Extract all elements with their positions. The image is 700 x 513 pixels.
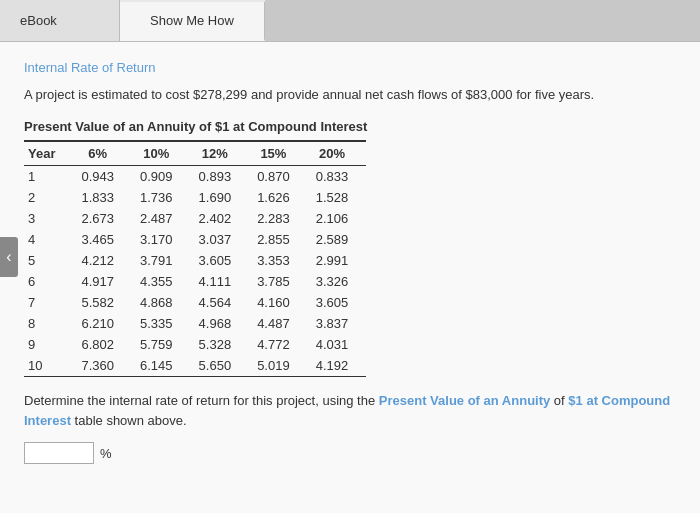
table-cell: 9: [24, 334, 73, 355]
left-arrow-button[interactable]: ‹: [0, 237, 18, 277]
tab-ebook[interactable]: eBook: [0, 0, 120, 41]
table-row: 75.5824.8684.5644.1603.605: [24, 292, 366, 313]
bottom-instruction-text: Determine the internal rate of return fo…: [24, 391, 676, 433]
table-cell: 3.605: [308, 292, 367, 313]
table-cell: 4.031: [308, 334, 367, 355]
table-cell: 0.833: [308, 165, 367, 187]
table-cell: 0.909: [132, 165, 191, 187]
table-cell: 0.870: [249, 165, 308, 187]
tab-ebook-label: eBook: [20, 13, 57, 28]
table-row: 64.9174.3554.1113.7853.326: [24, 271, 366, 292]
table-cell: 4.160: [249, 292, 308, 313]
tab-show-me-how[interactable]: Show Me How: [120, 2, 265, 41]
table-cell: 1.528: [308, 187, 367, 208]
table-cell: 4.772: [249, 334, 308, 355]
table-cell: 1.833: [73, 187, 132, 208]
table-cell: 5: [24, 250, 73, 271]
table-cell: 5.019: [249, 355, 308, 377]
table-cell: 2.673: [73, 208, 132, 229]
bottom-text-after: table shown above.: [71, 413, 187, 428]
table-cell: 1: [24, 165, 73, 187]
table-cell: 4.868: [132, 292, 191, 313]
table-cell: 5.335: [132, 313, 191, 334]
table-cell: 4.212: [73, 250, 132, 271]
table-cell: 3.037: [191, 229, 250, 250]
table-cell: 2.589: [308, 229, 367, 250]
bottom-text-before: Determine the internal rate of return fo…: [24, 393, 379, 408]
col-header-12pct: 12%: [191, 141, 250, 166]
table-cell: 10: [24, 355, 73, 377]
table-cell: 4.355: [132, 271, 191, 292]
table-row: 86.2105.3354.9684.4873.837: [24, 313, 366, 334]
table-cell: 4.917: [73, 271, 132, 292]
table-cell: 1.690: [191, 187, 250, 208]
table-cell: 2.991: [308, 250, 367, 271]
table-cell: 6.210: [73, 313, 132, 334]
table-cell: 2.855: [249, 229, 308, 250]
main-content: Internal Rate of Return A project is est…: [0, 42, 700, 513]
table-cell: 6.145: [132, 355, 191, 377]
table-cell: 3.465: [73, 229, 132, 250]
col-header-10pct: 10%: [132, 141, 191, 166]
table-cell: 2.106: [308, 208, 367, 229]
table-row: 54.2123.7913.6053.3532.991: [24, 250, 366, 271]
table-cell: 6: [24, 271, 73, 292]
table-cell: 3.785: [249, 271, 308, 292]
tab-show-me-how-label: Show Me How: [150, 13, 234, 28]
table-cell: 6.802: [73, 334, 132, 355]
col-header-20pct: 20%: [308, 141, 367, 166]
table-row: 43.4653.1703.0372.8552.589: [24, 229, 366, 250]
table-cell: 3.605: [191, 250, 250, 271]
tab-inactive-area: [265, 0, 700, 41]
table-cell: 5.328: [191, 334, 250, 355]
table-cell: 2.402: [191, 208, 250, 229]
table-cell: 4.111: [191, 271, 250, 292]
table-cell: 5.650: [191, 355, 250, 377]
table-cell: 0.943: [73, 165, 132, 187]
input-row: %: [24, 442, 676, 464]
bottom-text-middle: of: [550, 393, 568, 408]
table-cell: 2: [24, 187, 73, 208]
table-cell: 1.626: [249, 187, 308, 208]
annuity-table: Year 6% 10% 12% 15% 20% 10.9430.9090.893…: [24, 140, 366, 377]
table-cell: 2.487: [132, 208, 191, 229]
percent-label: %: [100, 446, 112, 461]
table-cell: 7: [24, 292, 73, 313]
table-row: 10.9430.9090.8930.8700.833: [24, 165, 366, 187]
table-cell: 5.582: [73, 292, 132, 313]
table-cell: 7.360: [73, 355, 132, 377]
table-row: 32.6732.4872.4022.2832.106: [24, 208, 366, 229]
table-cell: 3.353: [249, 250, 308, 271]
table-cell: 3.837: [308, 313, 367, 334]
table-cell: 5.759: [132, 334, 191, 355]
table-cell: 4.192: [308, 355, 367, 377]
rate-input[interactable]: [24, 442, 94, 464]
table-cell: 1.736: [132, 187, 191, 208]
table-cell: 0.893: [191, 165, 250, 187]
description-text: A project is estimated to cost $278,299 …: [24, 85, 676, 105]
table-header-row: Year 6% 10% 12% 15% 20%: [24, 141, 366, 166]
table-cell: 3.170: [132, 229, 191, 250]
table-cell: 3.791: [132, 250, 191, 271]
bottom-text-highlight: Present Value of an Annuity: [379, 393, 550, 408]
col-header-year: Year: [24, 141, 73, 166]
col-header-6pct: 6%: [73, 141, 132, 166]
section-title: Internal Rate of Return: [24, 60, 676, 75]
table-row: 96.8025.7595.3284.7724.031: [24, 334, 366, 355]
table-title: Present Value of an Annuity of $1 at Com…: [24, 119, 676, 134]
table-cell: 4.564: [191, 292, 250, 313]
table-cell: 8: [24, 313, 73, 334]
table-row: 21.8331.7361.6901.6261.528: [24, 187, 366, 208]
top-navigation-bar: eBook Show Me How: [0, 0, 700, 42]
table-cell: 3.326: [308, 271, 367, 292]
table-cell: 4: [24, 229, 73, 250]
table-row: 107.3606.1455.6505.0194.192: [24, 355, 366, 377]
table-cell: 2.283: [249, 208, 308, 229]
table-cell: 3: [24, 208, 73, 229]
table-cell: 4.968: [191, 313, 250, 334]
table-cell: 4.487: [249, 313, 308, 334]
col-header-15pct: 15%: [249, 141, 308, 166]
